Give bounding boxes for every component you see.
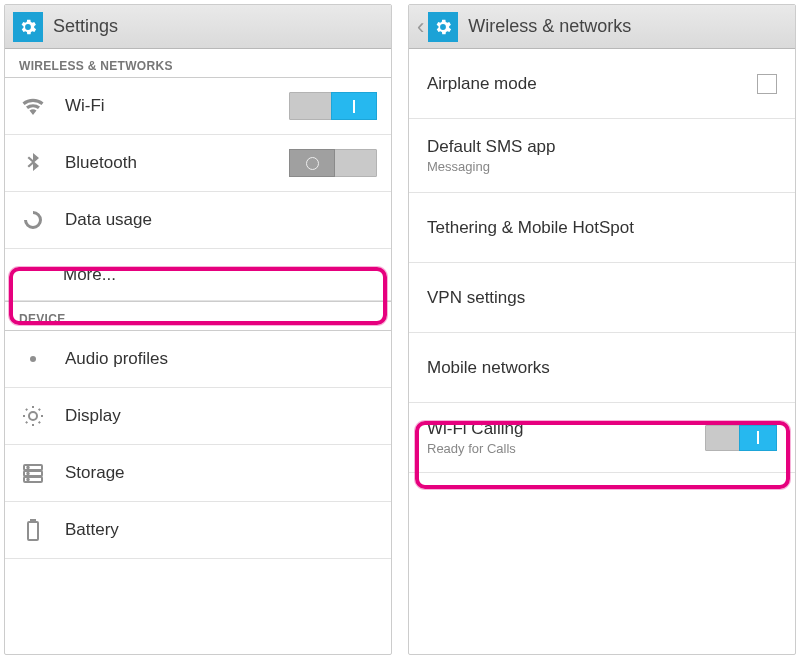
settings-list: Wi-Fi Bluetooth Data usage More... DEVIC… <box>5 78 391 559</box>
display-label: Display <box>65 406 377 426</box>
battery-icon <box>19 516 47 544</box>
mobile-networks-label: Mobile networks <box>427 358 777 378</box>
default-sms-row[interactable]: Default SMS app Messaging <box>409 119 795 193</box>
audio-label: Audio profiles <box>65 349 377 369</box>
default-sms-subtitle: Messaging <box>427 159 777 174</box>
wifi-icon <box>19 92 47 120</box>
bluetooth-icon <box>19 149 47 177</box>
back-chevron-icon[interactable]: ‹ <box>417 14 424 40</box>
storage-row[interactable]: Storage <box>5 445 391 502</box>
svg-point-7 <box>27 479 29 481</box>
tethering-label: Tethering & Mobile HotSpot <box>427 218 777 238</box>
more-label: More... <box>63 265 377 285</box>
wifi-calling-row[interactable]: Wi-Fi Calling Ready for Calls <box>409 403 795 473</box>
bluetooth-toggle[interactable] <box>289 149 377 177</box>
wifi-toggle[interactable] <box>289 92 377 120</box>
section-device-header: DEVICE <box>5 301 391 331</box>
battery-row[interactable]: Battery <box>5 502 391 559</box>
settings-screen: Settings WIRELESS & NETWORKS Wi-Fi Bluet… <box>4 4 392 655</box>
data-usage-icon <box>19 206 47 234</box>
vpn-label: VPN settings <box>427 288 777 308</box>
svg-point-6 <box>27 473 29 475</box>
audio-row[interactable]: Audio profiles <box>5 331 391 388</box>
airplane-row[interactable]: Airplane mode <box>409 49 795 119</box>
settings-title: Settings <box>53 16 118 37</box>
audio-icon <box>19 345 47 373</box>
display-icon <box>19 402 47 430</box>
more-row[interactable]: More... <box>5 249 391 301</box>
airplane-label: Airplane mode <box>427 74 757 94</box>
settings-icon <box>13 12 43 42</box>
wifi-row[interactable]: Wi-Fi <box>5 78 391 135</box>
bluetooth-row[interactable]: Bluetooth <box>5 135 391 192</box>
data-usage-row[interactable]: Data usage <box>5 192 391 249</box>
airplane-checkbox[interactable] <box>757 74 777 94</box>
display-row[interactable]: Display <box>5 388 391 445</box>
settings-titlebar: Settings <box>5 5 391 49</box>
mobile-networks-row[interactable]: Mobile networks <box>409 333 795 403</box>
wifi-calling-title: Wi-Fi Calling <box>427 419 705 439</box>
data-usage-label: Data usage <box>65 210 377 230</box>
svg-rect-8 <box>28 522 38 540</box>
wifi-calling-subtitle: Ready for Calls <box>427 441 705 456</box>
battery-label: Battery <box>65 520 377 540</box>
bluetooth-label: Bluetooth <box>65 153 289 173</box>
svg-rect-9 <box>31 520 35 522</box>
storage-icon <box>19 459 47 487</box>
wifi-calling-toggle[interactable] <box>705 425 777 451</box>
default-sms-title: Default SMS app <box>427 137 777 157</box>
svg-point-0 <box>30 356 36 362</box>
svg-point-1 <box>29 412 37 420</box>
svg-point-5 <box>27 467 29 469</box>
storage-label: Storage <box>65 463 377 483</box>
wireless-title: Wireless & networks <box>468 16 631 37</box>
wireless-list: Airplane mode Default SMS app Messaging … <box>409 49 795 473</box>
wireless-titlebar: ‹ Wireless & networks <box>409 5 795 49</box>
wifi-label: Wi-Fi <box>65 96 289 116</box>
wireless-networks-screen: ‹ Wireless & networks Airplane mode Defa… <box>408 4 796 655</box>
settings-icon <box>428 12 458 42</box>
section-wireless-header: WIRELESS & NETWORKS <box>5 49 391 78</box>
vpn-row[interactable]: VPN settings <box>409 263 795 333</box>
tethering-row[interactable]: Tethering & Mobile HotSpot <box>409 193 795 263</box>
